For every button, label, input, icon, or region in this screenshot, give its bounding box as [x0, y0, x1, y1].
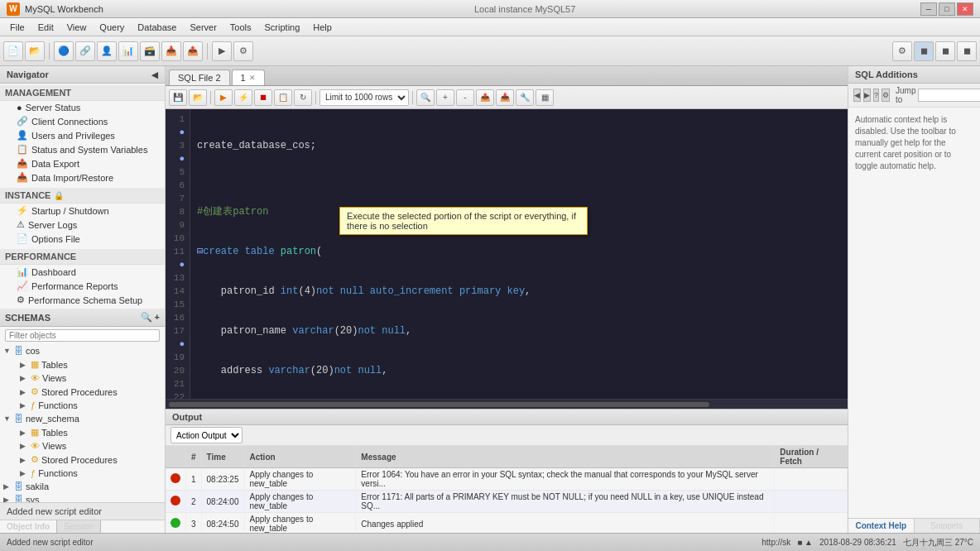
nav-perf-schema[interactable]: ⚙Performance Schema Setup — [0, 293, 165, 307]
tab-1-close-icon[interactable]: ✕ — [249, 74, 256, 82]
tab-sql-file-2[interactable]: SQL File 2 — [169, 69, 230, 85]
sql-manual-btn[interactable]: ? — [873, 89, 879, 102]
sql-back-btn[interactable]: ◀ — [853, 89, 861, 102]
nav-options[interactable]: 📄Options File — [0, 232, 165, 246]
sql-auto-btn[interactable]: ⚙ — [882, 89, 890, 102]
col-status — [166, 446, 186, 468]
refresh-btn[interactable]: ↻ — [294, 89, 312, 106]
snippets-tab[interactable]: Snippets — [915, 519, 981, 533]
settings-button[interactable]: ⚙ — [892, 41, 912, 61]
nav-dashboard[interactable]: 📊Dashboard — [0, 265, 165, 279]
nav-users[interactable]: 👤Users and Privileges — [0, 128, 165, 142]
grid-btn[interactable]: ▦ — [536, 89, 554, 106]
tree-cos-functions[interactable]: ▶ ƒ Functions — [0, 399, 165, 412]
menu-query[interactable]: Query — [93, 21, 131, 34]
save-query-btn[interactable]: 💾 — [169, 89, 187, 106]
table-button[interactable]: 🗃️ — [140, 41, 160, 61]
sql-nav-bar: ◀ ▶ ? ⚙ Jump to — [848, 84, 980, 108]
code-content[interactable]: create_database_cos; #创建表patron ⊟create … — [190, 109, 848, 399]
limit-select[interactable]: Limit to 1000 rows Limit to 10 rows Limi… — [319, 89, 409, 106]
menu-edit[interactable]: Edit — [31, 21, 60, 34]
menu-file[interactable]: File — [3, 21, 31, 34]
connection-button[interactable]: 🔗 — [75, 41, 95, 61]
new-file-button[interactable]: 📄 — [3, 41, 23, 61]
tree-new-schema-views[interactable]: ▶ 👁 Views — [0, 439, 165, 453]
tab-1[interactable]: 1 ✕ — [232, 69, 265, 85]
filter-rows-btn[interactable]: 🔍 — [416, 89, 435, 106]
ns-procedures-folder-icon: ⚙ — [31, 454, 39, 465]
success-icon-3 — [171, 518, 180, 528]
toolbar-separator-1 — [49, 43, 50, 60]
server-status-button[interactable]: 🔵 — [54, 41, 74, 61]
schemas-filter-icon[interactable]: 🔍 — [141, 312, 152, 323]
tree-new-schema[interactable]: ▼ 🗄 new_schema — [0, 412, 165, 425]
menu-server[interactable]: Server — [183, 21, 223, 34]
menu-help[interactable]: Help — [306, 21, 339, 34]
explain-btn[interactable]: 📋 — [274, 89, 292, 106]
nav-variables[interactable]: 📋Status and System Variables — [0, 142, 165, 156]
open-file-button[interactable]: 📂 — [25, 41, 45, 61]
delete-row-btn[interactable]: - — [456, 89, 474, 106]
export-button[interactable]: 📤 — [183, 41, 203, 61]
tree-new-schema-tables[interactable]: ▶ ▦ Tables — [0, 425, 165, 439]
action-output-select[interactable]: Action Output — [171, 427, 243, 443]
view-btn-2[interactable]: ◼ — [935, 41, 955, 61]
tree-new-schema-procedures[interactable]: ▶ ⚙ Stored Procedures — [0, 453, 165, 467]
tree-new-schema-functions[interactable]: ▶ ƒ Functions — [0, 467, 165, 480]
tree-cos[interactable]: ▼ 🗄 cos — [0, 344, 165, 357]
output-table-container[interactable]: # Time Action Message Duration / Fetch 1 — [166, 446, 848, 533]
sys-label: sys — [26, 495, 40, 502]
context-help-tab[interactable]: Context Help — [848, 519, 915, 533]
menu-scripting[interactable]: Scripting — [258, 21, 307, 34]
menu-view[interactable]: View — [60, 21, 94, 34]
menu-tools[interactable]: Tools — [223, 21, 258, 34]
schema-button[interactable]: 📊 — [118, 41, 138, 61]
nav-server-logs[interactable]: ⚠Server Logs — [0, 218, 165, 232]
menu-database[interactable]: Database — [131, 21, 183, 34]
view-btn-3[interactable]: ◼ — [957, 41, 977, 61]
navigator-collapse-icon[interactable]: ◀ — [151, 70, 158, 79]
users-button[interactable]: 👤 — [97, 41, 117, 61]
stop-btn[interactable]: ⏹ — [254, 89, 272, 106]
add-row-btn[interactable]: + — [436, 89, 454, 106]
nav-perf-reports[interactable]: 📈Performance Reports — [0, 279, 165, 293]
tab-session[interactable]: Session — [57, 520, 101, 533]
nav-startup[interactable]: ⚡Startup / Shutdown — [0, 204, 165, 218]
nav-data-import[interactable]: 📥Data Import/Restore — [0, 170, 165, 184]
toolbar-btn-extra1[interactable]: ▶ — [212, 41, 232, 61]
nav-data-export[interactable]: 📤Data Export — [0, 156, 165, 170]
nav-server-status[interactable]: ●Server Status — [0, 101, 165, 114]
tab-object-info[interactable]: Object Info — [0, 520, 57, 533]
jump-to-input[interactable] — [918, 89, 980, 102]
schema-filter-input[interactable] — [5, 329, 160, 342]
export-rows-btn[interactable]: 📤 — [476, 89, 494, 106]
close-button[interactable]: ✕ — [957, 2, 973, 16]
time-cell-2: 08:24:00 — [201, 491, 244, 513]
col-message: Message — [356, 446, 775, 468]
minimize-button[interactable]: ─ — [920, 2, 937, 16]
execute-btn[interactable]: ▶ — [214, 89, 233, 106]
import-rows-btn[interactable]: 📥 — [496, 89, 514, 106]
nav-client-connections[interactable]: 🔗Client Connections — [0, 114, 165, 128]
wrench-btn[interactable]: 🔧 — [516, 89, 534, 106]
maximize-button[interactable]: □ — [939, 2, 955, 16]
action-cell-3: Apply changes to new_table — [244, 513, 356, 534]
sql-help-text: Automatic context help is disabled. Use … — [848, 108, 980, 179]
time-cell-3: 08:24:50 — [201, 513, 244, 534]
tree-cos-views[interactable]: ▶ 👁 Views — [0, 371, 165, 385]
import-button[interactable]: 📥 — [161, 41, 181, 61]
open-query-btn[interactable]: 📂 — [189, 89, 207, 106]
editor-hscrollbar[interactable] — [166, 399, 848, 409]
tree-cos-tables[interactable]: ▶ ▦ Tables — [0, 357, 165, 371]
sql-forward-btn[interactable]: ▶ — [863, 89, 871, 102]
tree-sakila[interactable]: ▶ 🗄 sakila — [0, 480, 165, 493]
execute-selection-btn[interactable]: ⚡ — [234, 89, 252, 106]
view-btn-1[interactable]: ◼ — [914, 41, 934, 61]
tree-cos-procedures[interactable]: ▶ ⚙ Stored Procedures — [0, 385, 165, 399]
code-editor[interactable]: 1 ● 3 ● 5 6 7 8 9 10 11 ● 13 14 — [166, 109, 848, 399]
output-row-3: 3 08:24:50 Apply changes to new_table Ch… — [166, 513, 848, 534]
time-cell-1: 08:23:25 — [201, 468, 244, 491]
schemas-add-icon[interactable]: + — [155, 312, 160, 323]
tree-sys[interactable]: ▶ 🗄 sys — [0, 493, 165, 502]
toolbar-btn-extra2[interactable]: ⚙ — [233, 41, 253, 61]
